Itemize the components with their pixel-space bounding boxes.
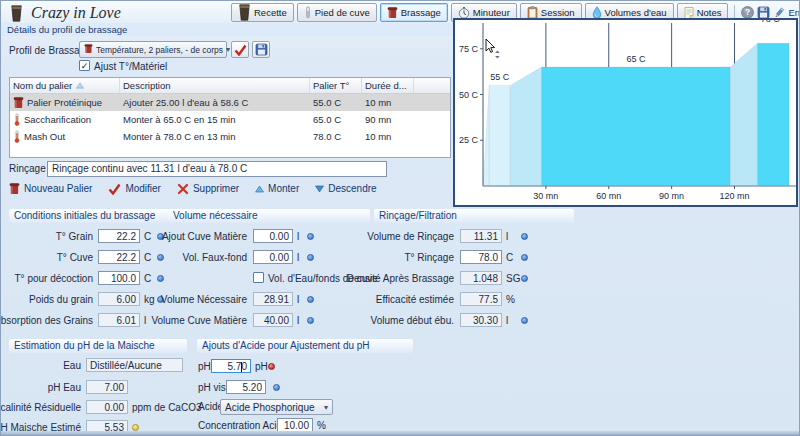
field-unit: l <box>297 252 299 263</box>
step-description-cell: Monter à 65.0 C en 15 min <box>120 114 310 125</box>
svg-text:?: ? <box>745 7 750 17</box>
brew-app-window: Crazy in Love RecettePied de cuveBrassag… <box>0 0 800 436</box>
move-down-button[interactable]: Descendre <box>315 183 376 194</box>
beer-mug-icon <box>10 5 23 24</box>
field-unit: l <box>506 231 508 242</box>
field-input-t-pour-d-coction[interactable]: 100.0 <box>98 271 140 285</box>
plateau-label: 55 C <box>490 72 510 82</box>
section-header-acid: Ajouts d'Acide pour Ajustement du pH <box>197 339 413 353</box>
field-unit: % <box>506 294 515 305</box>
rincage-label: Rinçage <box>9 163 46 174</box>
chevron-down-icon[interactable]: ▾ <box>226 45 230 54</box>
section-header-ph_estimation: Estimation du pH de la Maische <box>9 339 187 353</box>
vial-icon <box>304 6 312 19</box>
field-label: Concentration Acide <box>198 420 288 431</box>
field-unit: ppm de CaCO3 <box>132 402 201 413</box>
column-header-1[interactable]: Nom du palier <box>10 78 120 93</box>
column-header-4[interactable]: Durée d... <box>362 78 414 93</box>
tab-label: Volumes d'eau <box>605 7 667 18</box>
field-input-t-rin-age[interactable]: 78.0 <box>460 250 502 264</box>
tab-pied-de-cuve[interactable]: Pied de cuve <box>297 3 377 22</box>
field-input-densit-apr-s-brassage: 1.048 <box>460 271 502 285</box>
page-title: Crazy in Love <box>31 4 121 22</box>
status-dot-blue <box>273 384 280 391</box>
delete-step-button[interactable]: Supprimer <box>177 183 239 195</box>
field-unit: l <box>297 231 299 242</box>
tri-down-icon <box>315 185 324 193</box>
field-input-volume-n-cessaire: 28.91 <box>253 292 293 306</box>
field-input-ph-vis-[interactable]: 5.20 <box>226 380 266 394</box>
red-check-icon <box>234 44 247 56</box>
field-input-concentration-acide[interactable]: 10.00 <box>277 418 313 432</box>
chevron-down-icon: ▾ <box>324 403 328 412</box>
field-unit: C <box>144 273 151 284</box>
status-dot-blue <box>521 233 528 240</box>
field-unit: C <box>144 252 151 263</box>
status-dot-blue <box>307 296 314 303</box>
field-label: T° Cuve <box>57 252 93 263</box>
temperature-area-segment <box>730 43 757 186</box>
field-input-alcalinit-r-siduelle: 0.00 <box>86 400 128 414</box>
edit-step-button[interactable]: Modifier <box>108 183 161 195</box>
step-action-label: Supprimer <box>193 183 239 194</box>
move-up-button[interactable]: Monter <box>255 183 299 194</box>
mash-tun-icon <box>387 6 398 19</box>
field-input-volume-de-rin-age: 11.31 <box>460 229 502 243</box>
profile-combobox[interactable]: Température, 2 paliers, - de corps ▾ <box>79 41 227 58</box>
step-duration-cell: 90 mn <box>362 114 414 125</box>
plateau-label: 78 C <box>761 20 781 24</box>
field-input-t-grain[interactable]: 22.2 <box>98 229 140 243</box>
red-x-icon <box>177 183 189 195</box>
window-bottom-edge <box>1 431 799 435</box>
adjust-checkbox[interactable]: ✓ <box>79 60 90 71</box>
field-input-ajout-cuve-mati-re[interactable]: 0.00 <box>253 229 293 243</box>
step-description-cell: Ajouter 25.00 l d'eau à 58.6 C <box>120 97 310 108</box>
status-dot-yellow <box>132 424 139 431</box>
adjust-checkbox-label: Ajust T°/Matériel <box>94 61 167 72</box>
subtitle-strip: Détails du profil de brassage <box>1 23 457 36</box>
column-header-3[interactable]: Palier T° <box>310 78 362 93</box>
column-header-label: Description <box>123 80 171 91</box>
step-temp-cell: 55.0 C <box>310 97 362 108</box>
note-icon <box>684 7 694 19</box>
steps-table-header: Nom du palierDescriptionPalier T°Durée d… <box>10 78 450 94</box>
save-profile-button[interactable] <box>252 41 270 58</box>
step-description: Monter à 78.0 C en 13 min <box>123 131 235 142</box>
tab-label: Recette <box>254 7 287 18</box>
step-duration: 10 mn <box>365 97 391 108</box>
step-name: Palier Protéinique <box>27 97 102 108</box>
column-header-2[interactable]: Description <box>120 78 310 93</box>
field-input-volume-d-but-bu-: 30.30 <box>460 313 502 327</box>
temperature-area-segment <box>489 85 510 186</box>
step-duration: 10 mn <box>365 131 391 142</box>
mash-temperature-plot: 25 C50 C75 C30 mn60 mn90 mn120 mn55 C65 … <box>455 20 796 205</box>
table-row[interactable]: Mash OutMonter à 78.0 C en 13 min78.0 C1… <box>10 128 450 145</box>
mash-tun-icon <box>13 96 24 109</box>
tab-label: Brassage <box>401 7 441 18</box>
save-as-button[interactable]: Enregistrer sous <box>773 7 800 19</box>
field-label: pH <box>198 361 211 372</box>
field-input-ph[interactable]: 5.70 <box>211 359 251 373</box>
step-name: Saccharification <box>24 114 91 125</box>
tab-recette[interactable]: Recette <box>231 3 294 22</box>
table-row[interactable]: SaccharificationMonter à 65.0 C en 15 mi… <box>10 111 450 128</box>
field-label: Volume début ébu. <box>371 315 454 326</box>
acid-select[interactable]: Acide Phosphorique▾ <box>220 399 333 415</box>
tab-brassage[interactable]: Brassage <box>380 3 448 22</box>
status-dot-blue <box>307 254 314 261</box>
status-dot-blue <box>521 317 528 324</box>
action-label: Enregistrer sous <box>788 7 800 18</box>
status-dot-blue <box>307 233 314 240</box>
new-step-button[interactable]: Nouveau Palier <box>9 182 92 195</box>
step-duration: 90 mn <box>365 114 391 125</box>
step-duration-cell: 10 mn <box>362 97 414 108</box>
table-row[interactable]: Palier ProtéiniqueAjouter 25.00 l d'eau … <box>10 94 450 111</box>
rincage-input[interactable]: Rinçage continu avec 11.31 l d'eau à 78.… <box>47 161 387 177</box>
field-input-absorption-des-grains: 6.01 <box>98 313 140 327</box>
field-input-vol-faux-fond[interactable]: 0.00 <box>253 250 293 264</box>
tab-label: Minuteur <box>473 7 510 18</box>
profile-combobox-value: Température, 2 paliers, - de corps <box>96 45 223 55</box>
deadspace-water-checkbox[interactable] <box>253 272 264 283</box>
apply-profile-button[interactable] <box>231 41 249 58</box>
field-input-t-cuve[interactable]: 22.2 <box>98 250 140 264</box>
